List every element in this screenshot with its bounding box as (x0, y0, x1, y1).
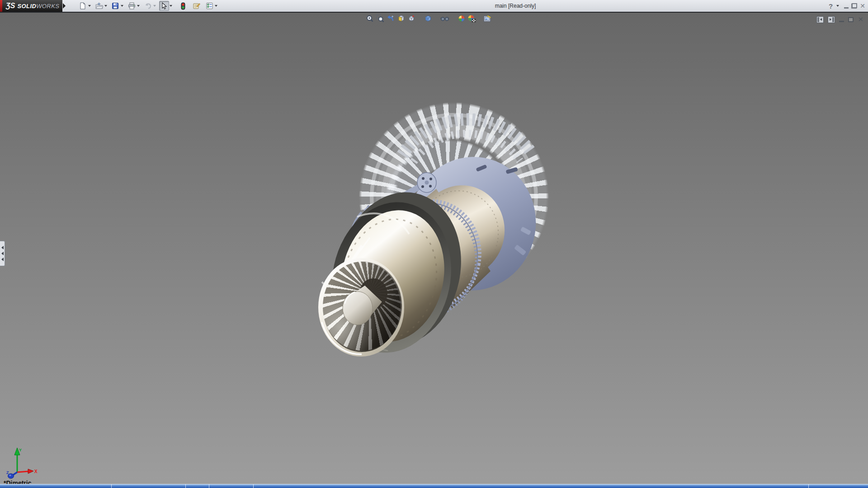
select-tool-dropdown[interactable] (170, 5, 172, 7)
standard-toolbar (78, 1, 221, 11)
edit-appearance-button[interactable] (457, 14, 466, 23)
save-floppy-icon (112, 2, 119, 9)
design-checker-dropdown[interactable] (215, 5, 217, 7)
stoplight-macro-button[interactable] (178, 1, 188, 11)
print-icon (128, 2, 136, 9)
graphics-viewport[interactable]: ✕ Y X Z *Dimetric (0, 13, 868, 484)
select-cursor-icon (161, 2, 167, 9)
nozzle-ring-front (318, 191, 465, 364)
solidworks-logo-glyph: ƷS (6, 2, 15, 10)
view-orientation-icon (407, 14, 415, 23)
restore-app-button[interactable] (852, 4, 857, 8)
headsup-view-toolbar (365, 14, 494, 23)
display-style-button[interactable] (424, 14, 432, 23)
feature-manager-collapsed-tab[interactable] (0, 241, 5, 266)
new-document-dropdown[interactable] (88, 5, 91, 7)
show-task-pane-button[interactable] (828, 16, 835, 23)
cone-seam-rivets (332, 211, 447, 348)
minimize-app-button[interactable] (844, 7, 849, 9)
zoom-to-area-icon (376, 14, 384, 23)
document-title: main [Read-only] (470, 0, 561, 12)
drum-seam (410, 184, 505, 284)
shaft-tip-highlight (345, 292, 355, 304)
document-window-controls: ✕ (816, 15, 863, 23)
triad-x-label: X (34, 469, 38, 474)
close-app-button[interactable]: ✕ (860, 0, 865, 12)
solidworks-logo: ƷS SOLIDWORKS (2, 0, 62, 12)
lip-highlight (322, 322, 362, 354)
casing-tab (514, 244, 526, 256)
cone-highlights (322, 238, 370, 295)
casing-tab (520, 226, 531, 235)
print-dropdown[interactable] (137, 5, 140, 7)
new-document-button[interactable] (78, 1, 88, 11)
exhaust-cone (330, 201, 456, 352)
shaft-body (347, 286, 382, 319)
interior-ribs (322, 261, 402, 351)
previous-view-icon (387, 14, 395, 23)
casing-slot (505, 167, 518, 174)
solidworks-window: ƷS SOLIDWORKS (0, 0, 868, 488)
shaft-hub-ring (359, 278, 387, 309)
bolted-flange (417, 173, 436, 192)
reference-triad: Y X Z (5, 444, 42, 479)
nozzle-ring-back (324, 181, 475, 358)
open-dropdown[interactable] (104, 5, 107, 7)
open-folder-icon (95, 2, 103, 9)
fan-metallic-blade-arc-inner (414, 134, 520, 162)
close-document-button[interactable]: ✕ (858, 15, 863, 23)
fuel-pipes (350, 202, 405, 296)
view-orientation-button[interactable] (407, 14, 415, 23)
collapse-arrow-icon (1, 246, 4, 249)
apply-scene-icon (467, 14, 476, 23)
minimize-document-button[interactable] (839, 21, 844, 22)
zoom-to-area-button[interactable] (376, 14, 384, 23)
hide-show-items-button[interactable] (440, 14, 449, 23)
open-button[interactable] (94, 1, 104, 11)
cone-lip (318, 258, 404, 357)
print-button[interactable] (127, 1, 137, 11)
save-dropdown[interactable] (121, 5, 123, 7)
design-checker-icon (206, 2, 213, 9)
shaft-tip (343, 291, 373, 325)
solidworks-logo-text: SOLIDWORKS (17, 3, 59, 9)
turbine-fan-outer-row (351, 94, 557, 300)
titlebar-border (0, 12, 868, 13)
titlebar-controls: ? ✕ (829, 0, 865, 12)
undo-icon (144, 2, 152, 9)
combustor-rings (363, 193, 488, 326)
casing-ring (398, 147, 546, 300)
save-button[interactable] (110, 1, 120, 11)
show-feature-pane-button[interactable] (816, 16, 824, 23)
eyeglasses-icon (440, 14, 449, 23)
engine-shaft (0, 13, 868, 484)
undo-dropdown[interactable] (153, 5, 156, 7)
help-dropdown[interactable] (836, 5, 839, 7)
chrome-drum-rear (410, 178, 512, 284)
section-view-button[interactable] (396, 14, 405, 23)
turbine-fan-shroud (370, 113, 538, 281)
jet-engine-model (0, 13, 868, 484)
turbine-fan-inner-row (381, 136, 517, 272)
view-orientation-label: *Dimetric (4, 479, 31, 484)
design-journal-icon (193, 2, 200, 9)
zoom-to-fit-button[interactable] (365, 14, 374, 23)
view-settings-icon (483, 14, 492, 23)
view-settings-button[interactable] (483, 14, 492, 23)
appearance-ball-icon (458, 14, 466, 23)
design-journal-button[interactable] (191, 1, 201, 11)
previous-view-button[interactable] (386, 14, 395, 23)
engine-midsection (0, 13, 868, 484)
nozzle-rim-highlight (349, 318, 388, 351)
undo-button[interactable] (143, 1, 153, 11)
toolbar-overflow-arrow-icon[interactable] (63, 3, 66, 9)
select-tool-button[interactable] (159, 1, 169, 11)
help-icon[interactable]: ? (829, 2, 833, 10)
section-view-icon (397, 14, 405, 23)
design-checker-button[interactable] (204, 1, 214, 11)
apply-scene-button[interactable] (467, 14, 476, 23)
collapse-arrow-icon (1, 258, 4, 261)
status-bar (0, 484, 868, 488)
restore-document-button[interactable] (848, 17, 854, 22)
bracket-clevis (393, 196, 401, 203)
